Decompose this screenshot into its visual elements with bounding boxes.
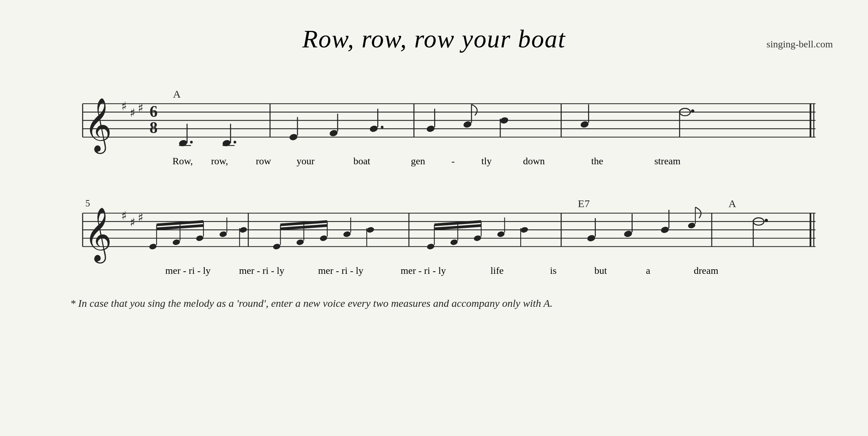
svg-text:♯: ♯ [138,101,143,114]
svg-point-105 [687,222,696,229]
svg-point-89 [450,239,458,246]
svg-text:8: 8 [150,119,158,137]
svg-point-97 [520,226,529,233]
lyric-dream: dream [671,265,741,276]
lyric-your: your [285,156,327,167]
svg-point-30 [369,125,379,133]
svg-text:5: 5 [85,198,90,209]
svg-point-77 [296,239,304,246]
lyric-is: is [530,265,576,276]
svg-point-67 [196,235,204,242]
staff-row-2: 5 𝄞 ♯ ♯ ♯ [49,188,819,276]
svg-point-26 [289,133,298,141]
svg-line-94 [434,225,481,229]
svg-point-95 [497,231,505,238]
svg-point-28 [329,129,338,137]
svg-point-71 [219,231,227,238]
lyric-merrily1: mer - ri - ly [151,265,225,276]
lyric-row2: row, [197,156,242,167]
svg-text:♯: ♯ [130,106,135,119]
svg-point-75 [273,243,281,250]
svg-line-69 [157,222,203,225]
svg-text:♯: ♯ [121,99,127,113]
lyric-merrily2: mer - ri - ly [225,265,299,276]
lyric-row1: Row, [169,156,197,167]
staff-svg-1: 𝄞 ♯ ♯ ♯ 6 8 A [49,82,819,159]
svg-point-85 [366,226,374,233]
svg-text:E7: E7 [578,198,590,210]
svg-text:𝄞: 𝄞 [84,208,112,264]
svg-line-93 [434,222,481,225]
svg-point-25 [234,141,236,144]
svg-text:A: A [173,88,181,100]
lyric-down: down [506,156,562,167]
svg-text:A: A [729,198,736,210]
sheet-music-container: 𝄞 ♯ ♯ ♯ 6 8 A [28,82,840,309]
svg-point-109 [765,219,768,222]
lyric-hyphen1: - [439,156,467,167]
lyric-stream: stream [632,156,703,167]
svg-text:♯: ♯ [130,216,135,229]
svg-point-83 [343,231,351,238]
staff-svg-2: 5 𝄞 ♯ ♯ ♯ [49,188,819,269]
svg-point-91 [473,235,482,242]
lyric-life: life [464,265,530,276]
svg-point-18 [178,139,188,147]
svg-point-65 [172,239,181,246]
svg-point-99 [587,234,596,242]
staff-row-1: 𝄞 ♯ ♯ ♯ 6 8 A [49,82,819,167]
svg-line-70 [157,225,203,229]
page-title: Row, row, row your boat [28,25,840,54]
svg-text:♯: ♯ [138,211,143,224]
lyric-gen: gen [397,156,439,167]
website-label: singing-bell.com [766,39,833,50]
svg-point-103 [660,226,670,234]
svg-point-37 [500,117,509,124]
lyric-a: a [625,265,671,276]
lyric-merrily4: mer - ri - ly [383,265,464,276]
svg-point-73 [239,226,247,233]
svg-point-33 [426,125,436,133]
lyric-but: but [576,265,625,276]
svg-point-39 [580,120,589,128]
svg-point-32 [381,126,384,128]
svg-text:𝄞: 𝄞 [84,98,112,154]
svg-text:6: 6 [150,103,158,120]
page: Row, row, row your boat singing-bell.com… [0,0,868,436]
svg-point-22 [222,139,231,147]
footnote: * In case that you sing the melody as a … [49,297,819,309]
svg-point-21 [190,141,193,144]
svg-point-101 [624,230,633,238]
svg-point-35 [463,120,472,128]
lyric-merrily3: mer - ri - ly [299,265,383,276]
lyric-row3: row [242,156,285,167]
svg-point-43 [691,110,694,113]
lyric-boat: boat [327,156,397,167]
svg-line-81 [280,222,327,225]
lyric-the: the [562,156,632,167]
svg-point-79 [319,235,328,242]
svg-line-82 [280,225,327,229]
svg-text:♯: ♯ [121,209,127,222]
svg-point-63 [149,243,157,250]
lyric-tly: tly [467,156,506,167]
svg-point-87 [426,243,435,250]
